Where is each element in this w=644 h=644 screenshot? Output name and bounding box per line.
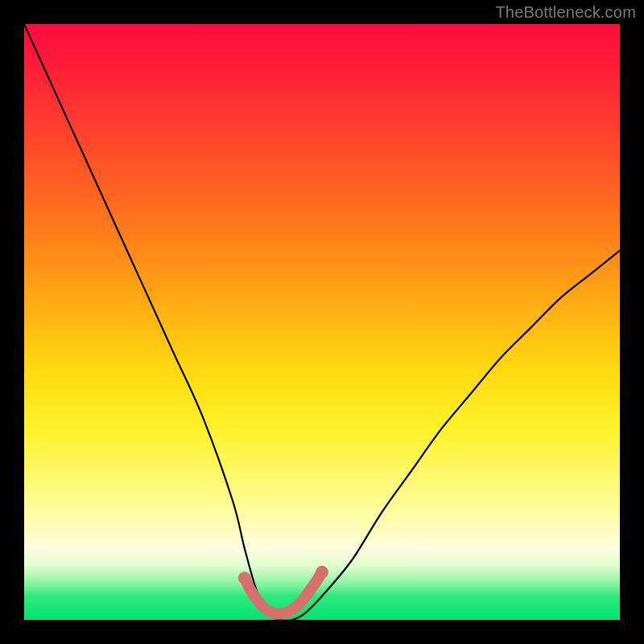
chart-stage: TheBottleneck.com: [0, 0, 644, 644]
plot-area: [24, 24, 620, 620]
chart-svg: [24, 24, 620, 620]
bottleneck-curve-path: [24, 24, 620, 621]
watermark-text: TheBottleneck.com: [495, 3, 636, 22]
optimal-band-dot: [316, 566, 328, 579]
optimal-band-dot: [238, 572, 251, 584]
